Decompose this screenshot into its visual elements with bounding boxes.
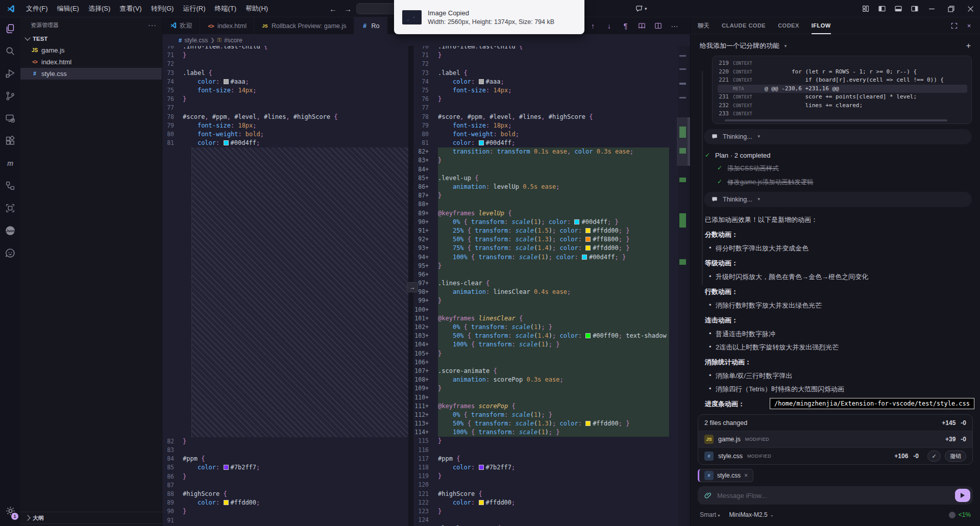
revert-diff-arrow[interactable]: → [407,282,418,292]
code-line: 92+ 50% { transform: scale(1.3); color: … [413,235,669,244]
code-line: 116 [413,446,669,455]
css-file-icon: # [704,471,714,480]
changed-file-row-game.js[interactable]: JSgame.jsMODIFIED+39-0 [698,431,972,447]
toggle-sidebar-icon[interactable] [878,5,886,13]
menu-item[interactable]: 文件(F) [21,0,53,17]
minimap-mark [679,68,686,70]
activity-item-files[interactable] [0,17,20,40]
activity-item-iflow[interactable] [0,242,20,264]
plan-item: ✓添加CSS动画样式 [717,164,972,173]
menu-item[interactable]: 选择(S) [84,0,115,17]
user-prompt-row[interactable]: 给我添加一个记分牌的功能 ▼ + [699,39,972,56]
chevron-down-icon[interactable]: ▼ [783,44,788,48]
line-number: 75 [413,86,438,95]
code-line: 74 color: #aaa; [413,78,669,86]
chat-menu-button[interactable]: ▾ [635,4,652,14]
context-code-card[interactable]: 219CONTEXT220CONTEXT for (let r = ROWS -… [712,56,972,124]
thinking-toggle-2[interactable]: Thinking... ▼ [704,192,972,207]
code-line: 103+ 50% { transform: scale(1.4); color:… [413,332,669,340]
map-icon[interactable] [638,21,646,30]
panel-tab-CODEX[interactable]: CODEX [778,17,799,34]
activity-item-extensions[interactable] [0,130,20,152]
message-bullet: 普通连击时数字脉冲 [705,330,972,339]
customize-layout-icon[interactable] [862,5,870,13]
message-intro: 已添加动画效果！以下是新增的动画： [705,215,972,224]
chevron-down-icon: ▾ [645,6,647,11]
menu-item[interactable]: 终端(T) [210,0,241,17]
send-button[interactable] [955,489,970,502]
split-editor-icon[interactable] [654,21,663,30]
activity-item-remote[interactable] [0,107,20,130]
file-status: MODIFIED [747,454,771,459]
activity-item-frame[interactable] [0,197,20,219]
code-line: 86} [162,472,408,481]
panel-tab-CLAUDE CODE[interactable]: CLAUDE CODE [722,17,766,34]
remove-attachment-icon[interactable]: × [744,472,748,479]
message-input[interactable] [717,492,950,499]
menu-item[interactable]: 编辑(E) [53,0,84,17]
sidebar-section-时间线[interactable]: 时间线 [20,523,162,526]
ellipsis-icon[interactable]: ··· [670,21,679,30]
editor-tab-欢迎[interactable]: 欢迎 [162,17,200,34]
attachment-chip[interactable]: # style.css × [698,469,753,482]
activity-item-m-logo[interactable]: m [0,152,20,174]
panel-tab-聊天[interactable]: 聊天 [698,17,709,34]
file-row-game.js[interactable]: JSgame.js [20,44,162,56]
close-panel-icon[interactable]: × [965,22,973,30]
activity-item-json[interactable]: Json [0,219,20,242]
line-number: 71 [413,51,438,60]
context-hscrollbar[interactable] [725,119,947,121]
undo-button[interactable]: 撤销 [945,450,966,462]
arrow-down-icon[interactable]: ↓ [605,21,614,30]
activity-item-debug[interactable] [0,62,20,85]
changed-file-row-style.css[interactable]: #style.cssMODIFIED+106-0✓撤销 [698,447,972,464]
arrow-up-icon[interactable]: ↑ [589,21,597,30]
toggle-panel-icon[interactable] [894,5,902,13]
thinking-toggle-1[interactable]: Thinking... ▼ [704,129,972,144]
back-icon[interactable]: ← [329,5,337,13]
folder-row-test[interactable]: TEST [20,33,162,44]
file-row-style.css[interactable]: #style.css [20,68,162,80]
toggle-secondary-sidebar-icon[interactable] [911,5,919,13]
close-window-button[interactable] [961,0,980,17]
menu-item[interactable]: 帮助(H) [241,0,273,17]
changes-header[interactable]: 2 files changed +145 -0 [698,415,972,431]
activity-item-nodes[interactable] [0,174,20,197]
menu-item[interactable]: 查看(V) [115,0,146,17]
restore-button[interactable] [941,0,961,17]
breadcrumb-symbol[interactable]: #score [224,37,242,44]
more-actions-icon[interactable]: ··· [148,21,157,29]
activity-item-source-control[interactable] [0,85,20,107]
sidebar-section-大纲[interactable]: 大纲 [20,512,162,523]
code-text: } [438,95,669,104]
breadcrumb-file[interactable]: style.css [184,37,208,44]
accept-change-button[interactable]: ✓ [927,450,941,462]
pilcrow-icon[interactable]: ¶ [621,21,630,30]
code-line: 122 color: #ffdd00; [413,498,669,507]
editor-tab-Ro[interactable]: #Ro [354,17,387,34]
menu-item[interactable]: 转到(G) [146,0,179,17]
mode-selector[interactable]: Smart ▾ [700,511,720,518]
diff-original-pane[interactable]: 70.info-item:last-child {71}7273.label {… [162,46,408,526]
code-line: 107+.score-animate { [413,367,669,375]
forward-icon[interactable]: → [344,5,352,13]
folder-name: TEST [33,36,47,42]
breadcrumb[interactable]: # style.css ❯ ⚿ #score [162,34,690,46]
settings-button[interactable]: 1 [0,500,20,521]
line-number: 122 [413,498,438,507]
editor-tab-index.html[interactable]: <>index.html [200,17,254,34]
minimize-button[interactable] [922,0,941,17]
editor-tab-Rollback Preview: game.js[interactable]: JSRollback Preview: game.js [254,17,354,34]
diff-modified-pane[interactable]: 70.info-item:last-child {71}7273.label {… [413,46,669,526]
new-chat-button[interactable]: + [966,41,971,51]
attach-file-icon[interactable] [704,491,712,499]
code-line: 87 [162,481,408,490]
tab-label: 欢迎 [180,21,192,30]
expand-panel-icon[interactable] [950,22,958,30]
menu-item[interactable]: 运行(R) [178,0,210,17]
panel-tab-IFLOW[interactable]: IFLOW [812,17,831,34]
model-selector[interactable]: MiniMax-M2.5 ⌄ [729,511,773,518]
plan-title-row[interactable]: ✓ Plan · 2 completed [705,152,972,159]
activity-item-search[interactable] [0,40,20,62]
file-row-index.html[interactable]: <>index.html [20,56,162,68]
